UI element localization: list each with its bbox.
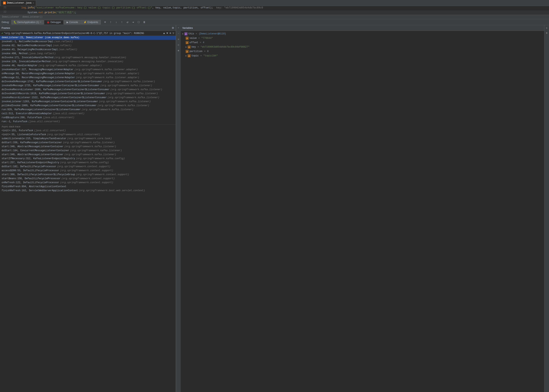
var-this-value: {DemoListener@8110} xyxy=(199,32,226,35)
btn-frames[interactable]: ≡ xyxy=(103,20,108,25)
var-key-icon: p xyxy=(188,45,191,49)
frame-item-17[interactable]: run:929, KafkaMessageListenerContainer$L… xyxy=(0,108,176,112)
frame-item-12[interactable]: doInvokeRecordListener:1680, KafkaMessag… xyxy=(0,88,176,92)
frame-item-selected[interactable]: demoListener:21, DemoListener (com.examp… xyxy=(0,36,176,40)
tab-endpoints[interactable]: ⚡ Endpoints xyxy=(81,20,101,24)
async-frame-13[interactable]: onRefresh:122, DefaultLifecycleProcessor… xyxy=(0,181,176,185)
sidebar-eye-icon[interactable]: ◉ xyxy=(177,49,181,52)
async-frame-15[interactable]: finishRefresh:162, ServletWebServerAppli… xyxy=(0,189,176,193)
var-this-expand[interactable]: ▶ xyxy=(182,33,184,35)
frame-item-14[interactable]: invokeRecordListener:1522, KafkaMessageL… xyxy=(0,96,176,100)
var-this-icon: p xyxy=(184,32,188,35)
sidebar-collapse-icon[interactable]: − xyxy=(177,32,181,35)
session-name: DemoApplication (1) xyxy=(17,21,39,24)
async-frame-12[interactable]: startBeans:158, DefaultLifecycleProcesso… xyxy=(0,177,176,181)
var-this-name: this xyxy=(188,32,194,35)
var-topic-name: topic xyxy=(192,54,199,57)
var-topic-expand[interactable]: ▶ xyxy=(186,55,187,57)
var-key-expand[interactable]: ▶ xyxy=(186,46,187,48)
var-partition[interactable]: p partition = 0 xyxy=(181,49,544,54)
system-class: System xyxy=(28,11,37,14)
code-editor: 21 log.info("xxxListener kafkaConsume: k… xyxy=(0,6,549,15)
async-frame-11[interactable]: start:360, DefaultLifecycleProcessor$Lif… xyxy=(0,173,176,177)
frames-settings-icon[interactable]: ⚙ xyxy=(172,26,174,29)
var-partition-eq: = xyxy=(204,50,206,53)
btn-stop[interactable]: □ xyxy=(136,20,141,25)
var-offset-name: offset xyxy=(189,41,198,44)
frame-item-19[interactable]: run$$capture:266, FutureTask (java.util.… xyxy=(0,116,176,120)
thread-nav-buttons: ▲ ▼ ⊕ xyxy=(163,32,172,35)
btn-more[interactable]: ≣ xyxy=(142,20,147,25)
async-frame-10[interactable]: access$200:53, DefaultLifecycleProcessor… xyxy=(0,169,176,173)
frame-item-11[interactable]: invokeOnMessage:1725, KafkaMessageListen… xyxy=(0,84,176,88)
var-partition-val: 0 xyxy=(207,50,208,53)
frame-item-9[interactable]: onMessage:51, RecordMessagingMessageList… xyxy=(0,76,176,80)
variables-header: Variables xyxy=(181,25,544,31)
breadcrumb-method[interactable]: demoListener() xyxy=(22,16,42,18)
frame-item-16[interactable]: pollAndInvoke:1009, KafkaMessageListener… xyxy=(0,104,176,108)
println-arg: ("收到了消息") xyxy=(56,11,75,14)
tab-console[interactable]: ▶ Console xyxy=(64,20,81,24)
dot: . xyxy=(26,6,28,9)
tab-close-button[interactable]: ✕ xyxy=(33,2,34,4)
code-line-21: 21 log.info("xxxListener kafkaConsume: k… xyxy=(0,6,549,10)
btn-step-over[interactable]: ↑ xyxy=(108,20,113,25)
async-frame-3[interactable]: doStart:336, KafkaMessageListenerContain… xyxy=(0,141,176,145)
frame-item-0[interactable]: invoke0:-1, NativeMethodAccessorImpl (su… xyxy=(0,40,176,44)
frame-item-7[interactable]: invokeHandler:327, MessagingMessageListe… xyxy=(0,68,176,72)
session-close[interactable]: ✕ xyxy=(40,21,41,23)
sidebar-watch-icon[interactable]: ◎ xyxy=(177,43,181,47)
async-frame-8[interactable]: start:257, KafkaListenerEndpointRegistry… xyxy=(0,161,176,165)
frame-item-5[interactable]: invoke:120, InvocableHandlerMethod (org.… xyxy=(0,60,176,64)
async-frame-6[interactable]: start:340, AbstractMessageListenerContai… xyxy=(0,153,176,157)
line-content-21: log.info("xxxListener kafkaConsume: key:… xyxy=(8,6,549,9)
thread-filter-icon[interactable]: ▽ xyxy=(173,32,174,35)
vars-sidebar-icon-2[interactable]: ◉ xyxy=(545,31,549,35)
thread-nav-copy[interactable]: ⊕ xyxy=(169,32,172,35)
frame-item-6[interactable]: invoke:48, HandlerAdapter (org.springfra… xyxy=(0,64,176,68)
btn-run-to-cursor[interactable]: ↺ xyxy=(125,20,130,25)
var-key[interactable]: ▶ p key = "eb7199063d054d4db7bc89c04df08… xyxy=(181,45,544,49)
frame-list[interactable]: demoListener:21, DemoListener (com.examp… xyxy=(0,36,176,392)
breadcrumb-separator: › xyxy=(20,16,21,18)
frame-item-15[interactable]: invokeListener:1263, KafkaMessageListene… xyxy=(0,100,176,104)
frame-item-8[interactable]: onMessage:86, RecordMessagingMessageList… xyxy=(0,72,176,76)
variables-title: Variables xyxy=(182,27,193,29)
btn-step-into[interactable]: ↓ xyxy=(114,20,119,25)
async-frame-9[interactable]: doStart:182, DefaultLifecycleProcessor (… xyxy=(0,165,176,169)
frame-item-18[interactable]: call:511, Executors$RunnableAdapter (jav… xyxy=(0,112,176,116)
frame-item-3[interactable]: invoke:498, Method (java.lang.reflect) xyxy=(0,52,176,56)
var-this[interactable]: ▶ p this = {DemoListener@8110} xyxy=(181,32,544,36)
var-value[interactable]: p value = "778844" xyxy=(181,36,544,40)
async-frame-5[interactable]: doStart:184, ConcurrentMessageListenerCo… xyxy=(0,149,176,153)
frame-item-1[interactable]: invoke:62, NativeMethodAccessorImpl (sun… xyxy=(0,44,176,48)
async-frame-1[interactable]: <init>:55, ListenableFutureTask (org.spr… xyxy=(0,133,176,137)
thread-nav-up[interactable]: ▲ xyxy=(163,32,166,35)
breadcrumb-class[interactable]: DemoListener xyxy=(2,16,19,18)
frame-item-13[interactable]: doInvokeWithRecords:1619, KafkaMessageLi… xyxy=(0,92,176,96)
code-line-22: 22 System.out.println("收到了消息"); xyxy=(0,10,549,15)
btn-evaluate[interactable]: ⇥ xyxy=(131,20,136,25)
async-frame-14[interactable]: finishRefresh:894, AbstractApplicationCo… xyxy=(0,185,176,189)
var-offset[interactable]: p offset = 4 xyxy=(181,40,544,45)
frame-item-4[interactable]: doInvoke:171, InvocableHandlerMethod (or… xyxy=(0,56,176,60)
sidebar-add-icon[interactable]: + xyxy=(177,26,181,30)
thread-nav-down[interactable]: ▼ xyxy=(166,32,169,35)
sidebar-copy-icon[interactable]: ⊚ xyxy=(177,37,181,41)
var-value-eq: = xyxy=(198,37,200,40)
debug-toolbar: Debug: 🐛 DemoApplication (1) ✕ 🐞 Debugge… xyxy=(0,19,549,25)
tab-debugger[interactable]: 🐞 Debugger xyxy=(44,20,63,24)
async-frame-4[interactable]: start:340, AbstractMessageListenerContai… xyxy=(0,145,176,149)
frame-item-2[interactable]: invoke:43, DelegatingMethodAccessorImpl … xyxy=(0,48,176,52)
async-frame-2[interactable]: submitListenable:215, SimpleAsyncTaskExe… xyxy=(0,137,176,141)
var-topic[interactable]: ▶ p topic = "topiclbh" xyxy=(181,54,544,58)
async-frame-7[interactable]: startIfNecessary:312, KafkaListenerEndpo… xyxy=(0,157,176,161)
async-frame-0[interactable]: <init>:151, FutureTask (java.util.concur… xyxy=(0,129,176,133)
vars-sidebar-icon-1[interactable]: ⊕ xyxy=(545,26,549,30)
btn-step-out[interactable]: ↑ xyxy=(119,20,124,25)
main-pane: Frames ⚙ ✔ "org.springframework.kafka.Ka… xyxy=(0,25,549,392)
debug-session[interactable]: 🐛 DemoApplication (1) ✕ xyxy=(11,20,44,24)
frame-item-10[interactable]: doInvokeOnMessage:1742, KafkaMessageList… xyxy=(0,80,176,84)
tab-demolistener[interactable]: J DemoListener.java ✕ xyxy=(1,0,36,6)
frame-item-20[interactable]: run:-1, FutureTask (java.util.concurrent… xyxy=(0,120,176,124)
